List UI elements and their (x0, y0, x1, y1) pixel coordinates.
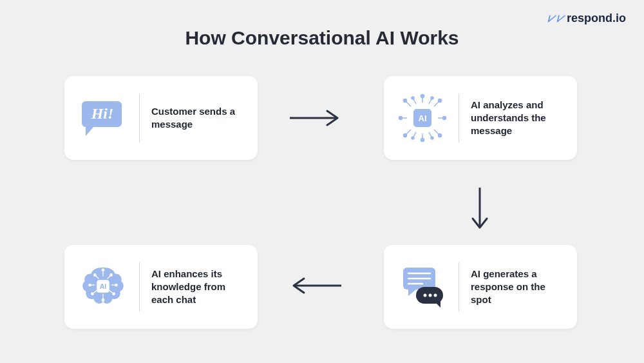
step-card-1: Hi! Customer sends a message (64, 76, 258, 160)
svg-point-40 (89, 284, 91, 286)
svg-point-35 (429, 294, 432, 297)
svg-point-16 (439, 134, 442, 137)
step-1-label: Customer sends a message (151, 105, 243, 132)
svg-point-22 (412, 137, 414, 139)
step-card-4: AI AI enhances its knowledge from each c… (64, 245, 258, 329)
svg-point-12 (439, 99, 442, 103)
step-card-2: AI AI analyzes and understands the messa… (384, 76, 577, 160)
svg-point-38 (94, 274, 97, 277)
svg-point-14 (404, 134, 407, 137)
card-divider (139, 93, 140, 142)
step-3-label: AI generates a response on the spot (471, 268, 563, 307)
arrow-step-3-to-4 (283, 276, 348, 295)
page-title: How Conversational AI Works (0, 27, 644, 49)
card-divider (459, 93, 459, 142)
svg-point-8 (443, 117, 446, 120)
svg-point-18 (412, 97, 414, 99)
svg-point-4 (421, 139, 424, 142)
svg-point-43 (113, 293, 115, 295)
svg-point-24 (431, 137, 433, 139)
svg-point-20 (431, 97, 433, 99)
svg-point-34 (424, 294, 427, 297)
svg-point-36 (434, 294, 437, 297)
step-card-3: AI generates a response on the spot (384, 245, 577, 329)
svg-point-6 (399, 117, 402, 120)
hi-speech-bubble-icon: Hi! (79, 89, 128, 147)
step-2-label: AI analyzes and understands the message (471, 99, 563, 138)
brand-logo: ⩗⩗ respond.io (546, 12, 626, 25)
svg-point-41 (115, 284, 118, 286)
svg-point-39 (110, 274, 113, 277)
svg-point-10 (404, 99, 407, 103)
arrow-step-1-to-2 (283, 108, 348, 128)
ai-chip-network-icon: AI (398, 89, 447, 147)
svg-text:AI: AI (100, 282, 107, 290)
brand-name: respond.io (567, 12, 626, 25)
svg-point-2 (421, 95, 424, 98)
svg-text:Hi!: Hi! (91, 105, 114, 122)
chat-bubbles-icon (398, 258, 447, 316)
card-divider (459, 262, 459, 311)
arrow-step-2-to-3 (470, 184, 489, 235)
svg-text:AI: AI (419, 113, 427, 123)
svg-point-37 (102, 269, 104, 271)
svg-point-44 (102, 299, 104, 302)
card-divider (139, 262, 140, 311)
step-4-label: AI enhances its knowledge from each chat (151, 268, 243, 307)
svg-marker-28 (408, 289, 416, 296)
ai-brain-icon: AI (79, 258, 128, 316)
svg-point-42 (91, 293, 94, 295)
brand-icon: ⩗⩗ (546, 13, 564, 25)
